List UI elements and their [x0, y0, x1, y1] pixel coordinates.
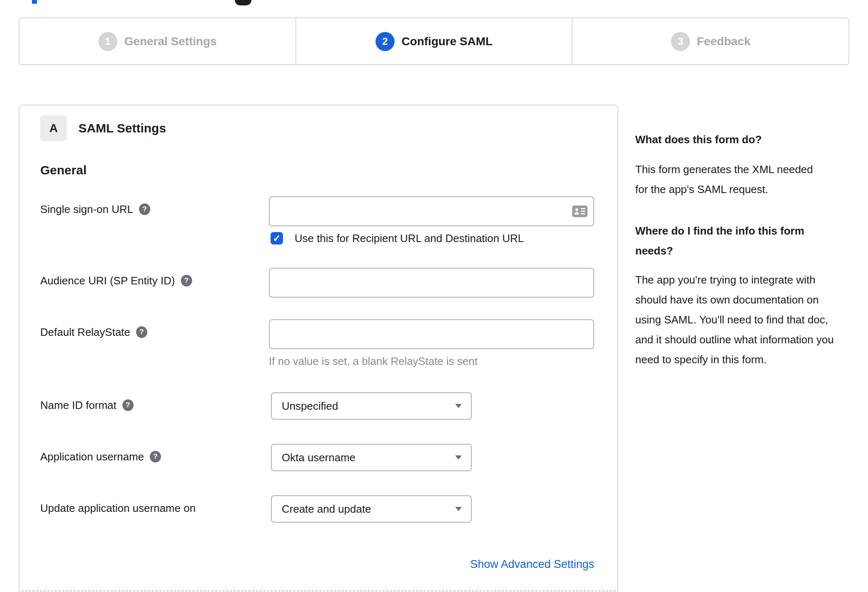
saml-settings-panel: A SAML Settings General Single sign-on U… [19, 105, 618, 592]
help-icon[interactable]: ? [150, 451, 161, 462]
help-glyph: ? [142, 202, 146, 216]
default-relaystate-input-wrap [269, 319, 594, 349]
general-group-heading: General [40, 163, 594, 177]
step-number: 1 [105, 36, 110, 47]
section-header: A SAML Settings [40, 115, 594, 142]
update-application-username-row: Update application username on Create an… [40, 495, 594, 523]
help-sidebar: What does this form do? This form genera… [635, 132, 839, 369]
name-id-format-value: Unspecified [282, 400, 455, 413]
help-glyph: ? [126, 398, 130, 412]
sidebar-heading-1: What does this form do? [635, 132, 839, 147]
default-relaystate-input[interactable] [269, 319, 594, 349]
help-icon[interactable]: ? [139, 203, 150, 215]
section-dashed-divider [21, 590, 616, 592]
name-id-format-control-cell: Unspecified [271, 392, 594, 420]
sso-url-label-cell: Single sign-on URL ? [40, 196, 269, 245]
name-id-format-label-cell: Name ID format ? [40, 392, 271, 420]
recipient-url-checkbox[interactable]: ✓ [271, 232, 283, 245]
caret-down-icon [455, 455, 462, 460]
application-username-control-cell: Okta username [271, 444, 594, 471]
name-id-format-select[interactable]: Unspecified [271, 392, 472, 420]
name-id-format-row: Name ID format ? Unspecified [40, 392, 594, 420]
audience-uri-label-cell: Audience URI (SP Entity ID) ? [40, 268, 269, 298]
audience-uri-row: Audience URI (SP Entity ID) ? [40, 268, 594, 298]
help-icon[interactable]: ? [136, 326, 147, 338]
sso-url-row: Single sign-on URL ? [40, 196, 594, 245]
audience-uri-control-cell [269, 268, 594, 298]
sso-url-label: Single sign-on URL [40, 202, 133, 216]
step-feedback[interactable]: 3 Feedback [572, 18, 848, 64]
sso-url-control-cell: ✓ Use this for Recipient URL and Destina… [269, 196, 594, 245]
application-username-label: Application username [40, 450, 144, 464]
audience-uri-input[interactable] [269, 268, 594, 298]
audience-uri-input-wrap [269, 268, 594, 298]
help-glyph: ? [153, 450, 157, 464]
step-label: Feedback [697, 35, 751, 48]
step-number: 2 [382, 36, 388, 47]
application-username-label-cell: Application username ? [40, 444, 271, 471]
application-username-value: Okta username [282, 451, 455, 464]
default-relaystate-row: Default RelayState ? If no value is set,… [40, 319, 594, 368]
name-id-format-label: Name ID format [40, 398, 117, 412]
update-application-username-control-cell: Create and update [271, 495, 594, 523]
sidebar-body-2: The app you're trying to integrate with … [635, 270, 839, 369]
sidebar-heading-2: Where do I find the info this form needs… [635, 221, 839, 261]
cutoff-dark-logo-fragment [235, 0, 251, 5]
sso-url-input-wrap [269, 196, 594, 226]
step-number-badge: 2 [375, 32, 395, 51]
sso-recipient-checkbox-row: ✓ Use this for Recipient URL and Destina… [269, 232, 594, 245]
cutoff-blue-logo-fragment [32, 0, 37, 4]
update-application-username-label-cell: Update application username on [40, 495, 271, 523]
audience-uri-label: Audience URI (SP Entity ID) [40, 274, 175, 288]
update-application-username-select[interactable]: Create and update [271, 495, 472, 523]
step-configure-saml[interactable]: 2 Configure SAML [295, 18, 572, 64]
step-number: 3 [678, 36, 683, 47]
application-username-select[interactable]: Okta username [271, 444, 472, 471]
step-general-settings[interactable]: 1 General Settings [20, 18, 295, 64]
application-username-row: Application username ? Okta username [40, 444, 594, 471]
caret-down-icon [455, 507, 462, 511]
help-glyph: ? [139, 325, 144, 339]
step-number-badge: 1 [98, 32, 117, 51]
step-number-badge: 3 [671, 32, 690, 51]
help-icon[interactable]: ? [181, 275, 192, 286]
contact-card-icon [572, 205, 588, 217]
default-relaystate-control-cell: If no value is set, a blank RelayState i… [269, 319, 594, 368]
default-relaystate-label-cell: Default RelayState ? [40, 319, 269, 368]
caret-down-icon [455, 404, 462, 408]
default-relaystate-label: Default RelayState [40, 325, 130, 339]
checkmark-icon: ✓ [273, 233, 280, 244]
sso-url-input[interactable] [269, 196, 594, 226]
advanced-settings-row: Show Advanced Settings [40, 558, 594, 571]
step-label: General Settings [124, 35, 217, 48]
help-icon[interactable]: ? [122, 399, 134, 411]
relaystate-hint: If no value is set, a blank RelayState i… [269, 355, 594, 368]
section-title: SAML Settings [78, 121, 166, 135]
update-application-username-value: Create and update [282, 503, 455, 516]
help-glyph: ? [184, 274, 188, 288]
wizard-stepper: 1 General Settings 2 Configure SAML 3 Fe… [19, 17, 849, 65]
section-a-badge: A [40, 115, 67, 141]
sidebar-body-1: This form generates the XML needed for t… [635, 159, 821, 199]
show-advanced-settings-link[interactable]: Show Advanced Settings [470, 558, 594, 570]
recipient-url-checkbox-label: Use this for Recipient URL and Destinati… [295, 232, 524, 245]
step-label: Configure SAML [402, 35, 493, 48]
update-application-username-label: Update application username on [40, 501, 195, 515]
